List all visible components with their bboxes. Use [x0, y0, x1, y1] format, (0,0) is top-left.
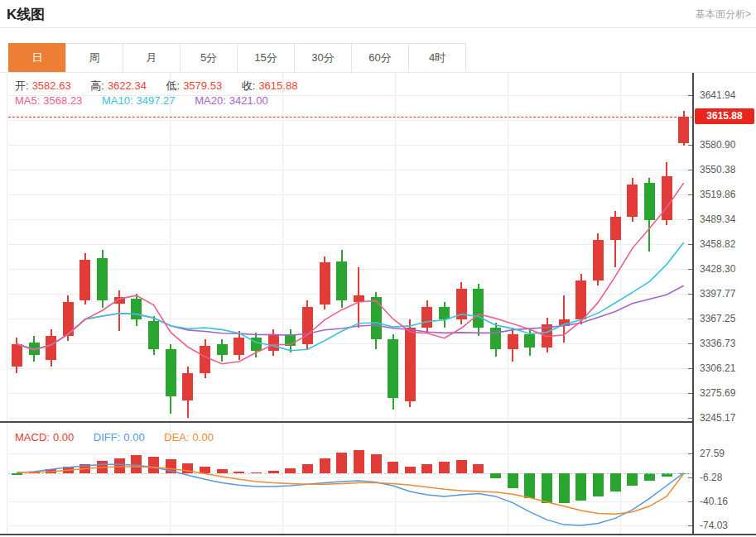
gridline [8, 269, 692, 270]
candle-body [473, 289, 484, 328]
candle-body [217, 344, 228, 356]
macd-histogram-bar [114, 458, 125, 473]
y-axis-label: 3489.34 [700, 213, 735, 225]
gridline [8, 477, 692, 478]
candle-body [678, 117, 689, 144]
high-label: 高: [90, 79, 104, 92]
period-tab-bar: 日周月5分15分30分60分4时 [8, 43, 466, 73]
y-axis-line [692, 73, 694, 535]
y-axis-label: 27.59 [700, 448, 725, 459]
macd-histogram-bar [97, 461, 108, 473]
macd-histogram-bar [593, 473, 604, 496]
candle-body [200, 346, 210, 373]
tab-日[interactable]: 日 [8, 43, 66, 73]
macd-histogram-bar [336, 453, 347, 473]
y-axis-label: 3580.90 [700, 139, 735, 151]
candle-body [12, 344, 22, 367]
tab-4时[interactable]: 4时 [408, 43, 466, 73]
candle-body [490, 328, 501, 349]
gridline [8, 319, 692, 319]
gridline [8, 294, 692, 295]
macd-value: 0.00 [53, 431, 74, 444]
tab-60分[interactable]: 60分 [351, 43, 409, 73]
dea-value: 0.00 [193, 431, 214, 444]
macd-histogram-bar [285, 468, 296, 473]
high-value: 3622.34 [108, 79, 147, 92]
macd-histogram-bar [559, 473, 570, 504]
y-axis-label: 3245.17 [700, 412, 735, 424]
candle-body [371, 297, 382, 339]
gridline [8, 343, 692, 344]
dea-label: DEA: [164, 431, 189, 444]
candle-body [508, 334, 518, 349]
ma20-label: MA20: [195, 94, 226, 107]
gridline [8, 145, 692, 146]
tab-周[interactable]: 周 [65, 43, 123, 73]
macd-histogram-bar [575, 473, 586, 501]
gridline [8, 501, 692, 502]
macd-histogram-bar [524, 473, 535, 498]
macd-histogram-bar [63, 467, 74, 473]
current-price-line [8, 117, 693, 117]
macd-zero-line [8, 473, 692, 474]
ma10-label: MA10: [102, 94, 133, 107]
macd-histogram-bar [644, 473, 655, 481]
candle-body [97, 258, 108, 300]
candle-body [79, 260, 90, 300]
open-value: 3582.63 [32, 79, 71, 92]
candle-body [251, 338, 262, 351]
tab-30分[interactable]: 30分 [294, 43, 352, 73]
y-axis-label: 3336.73 [700, 338, 735, 349]
gridline [8, 219, 692, 220]
diff-label: DIFF: [94, 431, 121, 444]
open-label: 开: [15, 79, 29, 92]
candle-body [148, 321, 159, 348]
candle-body [29, 343, 40, 356]
y-axis-label: 3428.30 [700, 263, 735, 275]
macd-histogram-bar [131, 455, 142, 472]
macd-histogram-bar [217, 469, 228, 472]
candle-body [627, 185, 638, 217]
macd-histogram-bar [508, 473, 518, 489]
macd-histogram-bar [456, 460, 467, 472]
page-title: K线图 [7, 5, 45, 24]
y-axis-label: 3397.77 [700, 288, 735, 300]
macd-histogram-bar [148, 457, 159, 473]
macd-histogram-bar [490, 473, 501, 479]
tab-bar-underline [0, 72, 756, 73]
y-axis-label: 3367.25 [700, 313, 735, 324]
tab-月[interactable]: 月 [123, 43, 181, 73]
candle-body [63, 302, 74, 336]
y-axis-label: -74.03 [700, 520, 728, 531]
gridline [8, 418, 692, 419]
candle-body [644, 183, 655, 220]
y-axis-label: -6.28 [700, 472, 722, 483]
ma5-label: MA5: [15, 94, 40, 107]
gridline [8, 368, 692, 369]
gridline [620, 73, 621, 421]
macd-histogram-bar [234, 472, 244, 473]
macd-histogram-bar [610, 473, 621, 491]
y-axis-label: 3641.94 [700, 89, 735, 101]
macd-histogram-bar [79, 464, 90, 473]
fundamental-analysis-link[interactable]: 基本面分析> [696, 7, 751, 22]
header-divider [0, 27, 756, 28]
macd-histogram-bar [354, 450, 364, 472]
macd-histogram-bar [12, 473, 22, 476]
macd-histogram-bar [251, 472, 262, 473]
ma10-value: 3497.27 [137, 94, 176, 107]
gridline [8, 525, 692, 526]
macd-histogram-bar [439, 462, 450, 473]
candle-body [421, 307, 432, 328]
diff-value: 0.00 [123, 431, 144, 444]
candle-body [524, 334, 535, 348]
ohlc-row: 开:3582.63 高:3622.34 低:3579.53 收:3615.88 [15, 79, 314, 93]
y-axis-label: 3275.69 [700, 387, 735, 399]
tab-5分[interactable]: 5分 [180, 43, 238, 73]
candle-body [46, 336, 56, 361]
candle-body [405, 328, 416, 401]
candle-wick [563, 295, 565, 343]
ma-row: MA5:3568.23 MA10:3497.27 MA20:3421.00 [15, 94, 285, 107]
macd-row: MACD:0.00 DIFF:0.00 DEA:0.00 [15, 431, 230, 444]
tab-15分[interactable]: 15分 [237, 43, 295, 73]
